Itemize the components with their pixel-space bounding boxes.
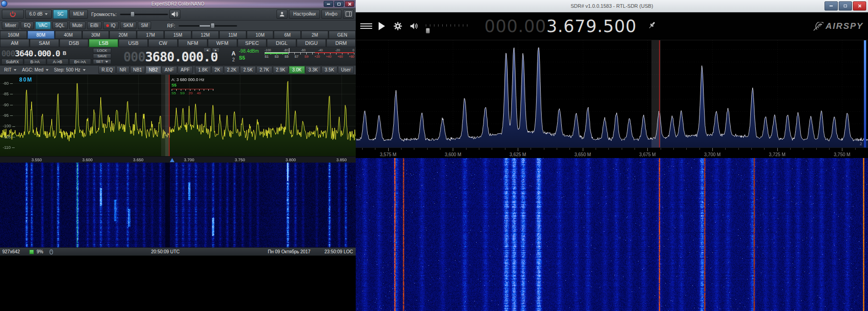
mode-button[interactable]: USB: [119, 39, 148, 47]
toolbar-toggle-button[interactable]: IQ: [103, 22, 119, 29]
toolbar-toggle-button[interactable]: Mute: [69, 22, 86, 29]
set-button[interactable]: SET: [93, 59, 111, 64]
frequency-scale[interactable]: 3.5503.6003.6503.7003.7503.8003.850: [0, 156, 356, 163]
layout-toggle-button[interactable]: [343, 10, 354, 19]
mode-button[interactable]: DRM: [326, 39, 356, 47]
mode-button[interactable]: DIGU: [297, 39, 326, 47]
save-button[interactable]: SAVE: [93, 54, 111, 59]
minimize-button[interactable]: [825, 1, 838, 11]
volume-slider-handle[interactable]: [130, 11, 135, 17]
toolbar-toggle-button[interactable]: SQL: [52, 22, 68, 29]
band-button[interactable]: 17M: [137, 31, 164, 39]
titlebar[interactable]: SDR# v1.0.0.1583 - RTL-SDR (USB): [356, 0, 868, 12]
toolbar-toggle-button[interactable]: VAC: [35, 22, 51, 29]
filter-width-button[interactable]: 3.0K: [289, 66, 305, 74]
dsp-button[interactable]: NR: [116, 66, 129, 74]
band-button[interactable]: 6M: [274, 31, 301, 39]
filter-width-button[interactable]: 3.3K: [305, 66, 321, 74]
step-dropdown[interactable]: Step: 500 Hz: [52, 67, 88, 72]
band-up-button[interactable]: ►: [212, 48, 220, 53]
vfo-swap-button[interactable]: A->B: [47, 59, 69, 65]
band-button[interactable]: 40M: [55, 31, 82, 39]
mode-button[interactable]: DSB: [60, 39, 89, 47]
pin-button[interactable]: [648, 21, 656, 31]
lock-button[interactable]: LOCK: [93, 48, 111, 53]
left-spectrum-canvas[interactable]: [0, 75, 356, 156]
dsp-button[interactable]: ANF: [162, 66, 177, 74]
info-button[interactable]: Инфо: [321, 10, 342, 19]
volume-slider[interactable]: [120, 11, 168, 17]
dsp-button[interactable]: NB2: [146, 66, 161, 74]
band-button[interactable]: 2M: [301, 31, 328, 39]
settings-button[interactable]: [393, 22, 402, 31]
filter-width-button[interactable]: 2.5K: [240, 66, 256, 74]
agc-dropdown[interactable]: AGC: Med: [20, 67, 51, 72]
band-button[interactable]: 10M: [247, 31, 274, 39]
right-spectrum-canvas[interactable]: [356, 40, 868, 147]
filter-width-button[interactable]: User: [338, 66, 354, 74]
mode-button[interactable]: DIGL: [267, 39, 296, 47]
filter-width-button[interactable]: 2K: [212, 66, 223, 74]
right-waterfall-canvas[interactable]: [356, 158, 868, 311]
left-waterfall-canvas[interactable]: [0, 163, 356, 247]
filter-width-button[interactable]: 2.9K: [273, 66, 289, 74]
mem-button[interactable]: MEM: [69, 10, 88, 19]
titlebar[interactable]: ExpertSDR2 ColibriNANO: [0, 0, 356, 8]
mode-button[interactable]: SPEC: [238, 39, 267, 47]
profile-button[interactable]: [277, 10, 288, 19]
tuning-marker-icon[interactable]: [170, 158, 174, 162]
filter-width-button[interactable]: 1.8K: [195, 66, 211, 74]
filter-width-button[interactable]: 2.7K: [256, 66, 272, 74]
frequency-display[interactable]: 000.003.679.500: [484, 16, 637, 36]
band-button[interactable]: 12M: [192, 31, 219, 39]
band-button[interactable]: GEN: [329, 31, 356, 39]
maximize-button[interactable]: [334, 1, 344, 7]
band-button[interactable]: 30M: [82, 31, 109, 39]
band-down-button[interactable]: ◄: [203, 48, 211, 53]
power-button[interactable]: [2, 10, 24, 19]
band-button[interactable]: 80M: [27, 31, 54, 39]
sc-button[interactable]: SC: [53, 10, 68, 19]
settings-button[interactable]: Настройки: [289, 10, 320, 19]
band-button[interactable]: 20M: [109, 31, 136, 39]
band-button[interactable]: 160M: [0, 31, 27, 39]
vfo-swap-button[interactable]: SubRX: [1, 59, 23, 65]
maximize-button[interactable]: [839, 1, 852, 11]
frequency-axis[interactable]: 3,575 M3,600 M3,625 M3,650 M3,675 M3,700…: [356, 147, 868, 158]
mode-button[interactable]: LSB: [89, 39, 118, 47]
dsp-button[interactable]: NB1: [130, 66, 145, 74]
mode-button[interactable]: AM: [0, 39, 29, 47]
minimize-button[interactable]: [324, 1, 333, 7]
toolbar-toggle-button[interactable]: SKM: [120, 22, 136, 29]
band-button[interactable]: 15M: [164, 31, 191, 39]
toolbar-toggle-button[interactable]: SM: [138, 22, 151, 29]
dsp-button[interactable]: APF: [178, 66, 193, 74]
vfo-b-frequency[interactable]: 0003640.000.0: [1, 49, 60, 58]
mode-button[interactable]: NFM: [178, 39, 207, 47]
mode-button[interactable]: CW: [148, 39, 178, 47]
rf-gain-slider[interactable]: [179, 22, 237, 29]
mode-button[interactable]: SAM: [30, 39, 59, 47]
close-button[interactable]: [853, 1, 866, 11]
vfo-swap-button[interactable]: B<->A: [69, 59, 91, 65]
play-button[interactable]: [379, 22, 385, 30]
filter-width-button[interactable]: 3.5K: [321, 66, 337, 74]
toolbar-toggle-button[interactable]: Mixer: [2, 22, 19, 29]
toolbar-toggle-button[interactable]: EiBi: [87, 22, 102, 29]
rf-slider-handle[interactable]: [211, 23, 215, 28]
vfo-swap-button[interactable]: B->A: [24, 59, 46, 65]
volume-slider-handle[interactable]: [426, 28, 430, 33]
rit-dropdown[interactable]: RIT: [2, 67, 19, 72]
volume-slider-track[interactable]: [120, 14, 168, 15]
menu-button[interactable]: [360, 21, 372, 31]
mute-button[interactable]: [410, 22, 418, 30]
speaker-button[interactable]: [169, 10, 180, 19]
volume-slider[interactable]: [426, 24, 468, 28]
toolbar-toggle-button[interactable]: EQ: [21, 22, 33, 29]
close-button[interactable]: [345, 1, 354, 7]
mode-button[interactable]: WFM: [208, 39, 237, 47]
dsp-button[interactable]: R.EQ: [98, 66, 116, 74]
preamp-select[interactable]: 6.0 dB: [25, 10, 52, 19]
band-button[interactable]: 11M: [219, 31, 246, 39]
filter-width-button[interactable]: 2.2K: [224, 66, 240, 74]
